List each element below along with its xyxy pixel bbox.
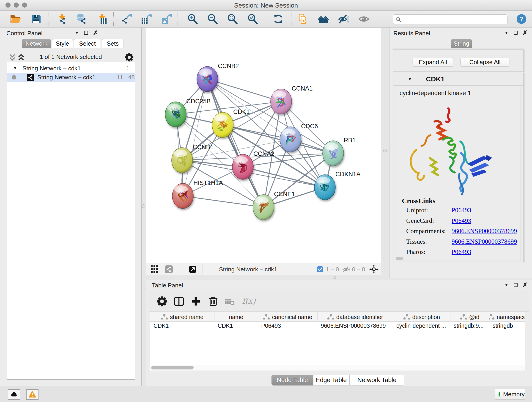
zoom-out-icon[interactable] — [207, 13, 218, 25]
import-network-database-icon[interactable] — [76, 13, 87, 25]
section-expand-icon[interactable]: ▼ — [408, 76, 412, 82]
right-splitter-handle[interactable] — [383, 149, 387, 153]
network-node-cdkn1a[interactable] — [314, 175, 336, 200]
warnings-button[interactable] — [26, 389, 38, 400]
hide-selected-icon[interactable] — [338, 13, 349, 25]
network-node-cdk1[interactable] — [212, 112, 233, 138]
cloud-button[interactable] — [8, 389, 20, 400]
export-table-icon[interactable] — [141, 13, 152, 25]
tab-sets[interactable]: Sets — [102, 39, 124, 48]
close-panel-icon[interactable]: ✗ — [523, 283, 528, 287]
node-table[interactable]: shared namename canonical name database … — [150, 312, 525, 371]
table-scrollbar-thumb[interactable] — [151, 366, 194, 370]
gear-icon[interactable] — [125, 53, 134, 62]
tab-string[interactable]: String — [451, 39, 472, 48]
close-panel-icon[interactable]: ✗ — [523, 31, 528, 35]
network-node-ccnb1[interactable] — [172, 148, 193, 173]
bottom-splitter-handle[interactable] — [333, 276, 336, 279]
hidden-eye-icon[interactable] — [342, 265, 350, 273]
save-session-icon[interactable] — [31, 13, 42, 25]
expand-all-button[interactable]: Expand All — [413, 58, 453, 67]
network-collection-row[interactable]: ▼ String Network – cdk1 1 — [7, 64, 135, 73]
table-row[interactable]: CDK1CDK1P064939606.ENSP00000378699cyclin… — [150, 322, 525, 330]
delete-column-icon[interactable] — [208, 296, 219, 307]
left-splitter-handle[interactable] — [142, 204, 145, 208]
collapse-all-button[interactable]: Collapse All — [461, 58, 509, 67]
import-table-file-icon[interactable] — [97, 13, 108, 25]
show-columns-icon[interactable] — [173, 296, 184, 307]
network-view[interactable]: CCNB2 CCNA1 CDC25B CDK1 CDC6 RB1 CCNB1 C… — [146, 28, 381, 263]
column-header-database-identifier[interactable]: database identifier — [317, 313, 393, 322]
zoom-selected-icon[interactable] — [247, 13, 258, 25]
table-settings-gear-icon[interactable] — [157, 296, 167, 307]
export-network-icon[interactable] — [121, 13, 132, 25]
network-node-hist1h1a[interactable] — [172, 183, 193, 209]
column-header-namespace[interactable]: namespace — [489, 313, 525, 322]
selected-checkbox-icon[interactable] — [317, 266, 323, 272]
grid-view-icon[interactable] — [151, 265, 158, 273]
open-session-icon[interactable] — [10, 13, 21, 25]
crosslink-value-link[interactable]: 9606.ENSP00000378699 — [452, 227, 517, 235]
close-panel-icon[interactable]: ✗ — [93, 31, 98, 35]
crosslink-value-link[interactable]: P06493 — [452, 217, 471, 224]
network-node-rb1[interactable] — [323, 141, 344, 166]
table-cell[interactable]: P06493 — [258, 322, 317, 330]
tab-node-table[interactable]: Node Table — [272, 375, 313, 385]
network-edge[interactable] — [207, 79, 281, 102]
network-node-ccna2[interactable] — [232, 154, 253, 179]
node-section-header[interactable]: ▼ CDK1 — [393, 73, 523, 86]
detach-view-icon[interactable] — [189, 265, 196, 273]
results-scrollbar-thumb[interactable] — [396, 257, 403, 260]
search-input[interactable] — [403, 15, 505, 23]
network-row-selected[interactable]: String Network – cdk1 11 48 — [7, 73, 135, 82]
zoom-fit-icon[interactable] — [227, 13, 238, 25]
float-panel-icon[interactable] — [514, 283, 518, 287]
table-cell[interactable]: CDK1 — [215, 322, 258, 330]
network-graph[interactable]: CCNB2 CCNA1 CDC25B CDK1 CDC6 RB1 CCNB1 C… — [146, 28, 381, 263]
panel-menu-icon[interactable]: ▼ — [504, 282, 509, 287]
crosslink-value-link[interactable]: P06493 — [452, 248, 471, 255]
tab-edge-table[interactable]: Edge Table — [313, 375, 349, 385]
neighbors-icon[interactable] — [318, 13, 329, 25]
network-node-ccna1[interactable] — [271, 89, 292, 114]
table-cell[interactable]: stringdb — [489, 322, 525, 330]
network-node-cdc25b[interactable] — [165, 102, 186, 127]
tab-select[interactable]: Select — [74, 39, 101, 48]
panel-menu-icon[interactable]: ▼ — [75, 30, 79, 35]
crosshair-icon[interactable] — [369, 265, 379, 274]
float-panel-icon[interactable] — [84, 31, 88, 35]
search-field[interactable] — [393, 14, 507, 24]
column-header-shared-name[interactable]: shared name — [150, 313, 215, 322]
panel-menu-icon[interactable]: ▼ — [504, 30, 509, 35]
zoom-in-icon[interactable] — [187, 13, 198, 25]
add-column-icon[interactable] — [190, 296, 201, 307]
import-network-file-icon[interactable] — [57, 13, 68, 25]
column-header-description[interactable]: description — [393, 313, 450, 322]
network-node-ccnb2[interactable] — [197, 66, 218, 92]
table-cell[interactable]: cyclin-dependent ... — [393, 322, 450, 330]
network-node-ccne1[interactable] — [253, 195, 274, 220]
duplicate-network-icon[interactable] — [298, 13, 309, 25]
tab-network[interactable]: Network — [22, 39, 51, 48]
table-cell[interactable]: stringdb:9... — [450, 322, 489, 330]
table-cell[interactable]: 9606.ENSP00000378699 — [317, 322, 393, 330]
column-header-name[interactable]: name — [215, 313, 258, 322]
network-edge[interactable] — [183, 79, 207, 196]
network-edge[interactable] — [183, 196, 264, 207]
crosslink-value-link[interactable]: 9606.ENSP00000378699 — [452, 238, 517, 245]
tab-network-table[interactable]: Network Table — [349, 375, 404, 385]
column-header-canonical-name[interactable]: canonical name — [258, 313, 317, 322]
export-image-icon[interactable] — [161, 13, 172, 25]
refresh-icon[interactable] — [273, 13, 284, 25]
tab-style[interactable]: Style — [52, 39, 73, 48]
table-horizontal-scrollbar[interactable] — [150, 365, 525, 370]
table-cell[interactable]: CDK1 — [150, 322, 215, 330]
help-icon[interactable]: ? — [516, 13, 527, 25]
column-header--id[interactable]: @id — [450, 313, 489, 322]
show-all-icon[interactable] — [358, 13, 369, 25]
network-node-cdc6[interactable] — [280, 127, 301, 152]
network-share-icon[interactable] — [165, 265, 173, 273]
float-panel-icon[interactable] — [514, 31, 518, 35]
network-edge[interactable] — [207, 79, 264, 207]
crosslink-value-link[interactable]: P06493 — [452, 206, 471, 214]
